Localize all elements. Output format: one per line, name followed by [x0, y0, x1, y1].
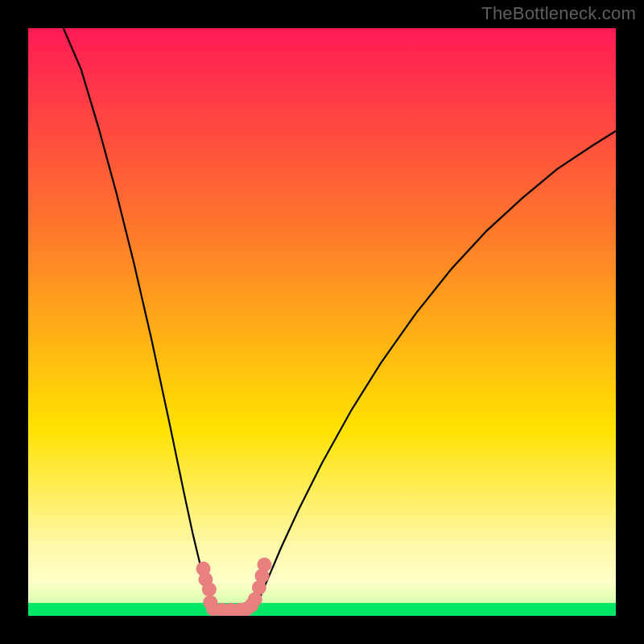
valley-marker-dot [202, 582, 217, 597]
green-band [28, 603, 616, 616]
attribution-label: TheBottleneck.com [481, 3, 636, 24]
chart-frame: TheBottleneck.com [0, 0, 644, 644]
gradient-background [28, 28, 616, 616]
valley-marker-dot [257, 557, 271, 572]
bottleneck-chart [28, 28, 616, 616]
